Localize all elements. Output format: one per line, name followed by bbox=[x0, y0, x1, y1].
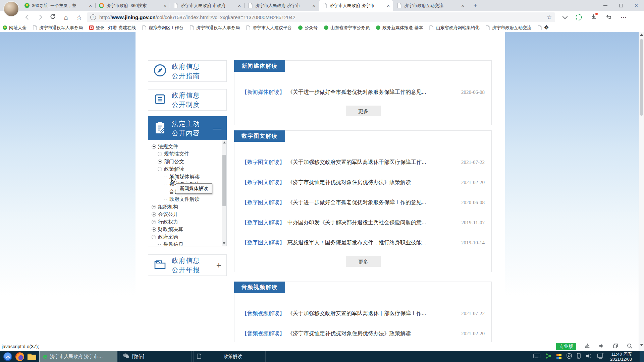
browser-profile-avatar[interactable] bbox=[3, 1, 19, 17]
tree-scrollbar[interactable] bbox=[222, 140, 226, 246]
tree-leaf-zhengfu-wenjian-jiedu[interactable]: 政府文件解读 bbox=[148, 196, 226, 203]
item-title[interactable]: 中办国办印发《关于解决部分退役士兵社会保险问题的意... bbox=[287, 219, 457, 226]
taskbar-clock[interactable]: 11:40 周五 2021/12/03 bbox=[610, 352, 632, 362]
tree-leaf-xinwen-meiti-jiedu[interactable]: 新闻媒体解读 bbox=[148, 173, 226, 181]
sidebar-item-gongkai-nianbao[interactable]: 政府信息公开年报 + bbox=[148, 254, 227, 276]
expand-icon[interactable] bbox=[152, 227, 156, 232]
tree-node-bumen-gongwen[interactable]: 部门公文 bbox=[148, 158, 226, 166]
sidebar-item-fading-zhudong-gongkai[interactable]: 法定主动公开内容 — bbox=[148, 116, 227, 140]
security-shield-icon[interactable] bbox=[567, 353, 572, 360]
expand-icon[interactable] bbox=[152, 205, 156, 209]
bookmark-item[interactable]: 网址大全 bbox=[3, 25, 26, 31]
tab-close-icon[interactable]: × bbox=[312, 3, 316, 8]
item-title[interactable]: 惠及退役军人！国务院最新发布文件，推行终身职业技能... bbox=[287, 239, 457, 246]
bookmark-star-icon[interactable]: ☆ bbox=[547, 14, 552, 21]
mute-speaker-icon[interactable] bbox=[598, 343, 604, 350]
bookmark-item[interactable]: 济宁市退役军人事务局 bbox=[33, 25, 83, 31]
pro-version-badge[interactable]: 专业版 bbox=[556, 343, 576, 350]
item-title[interactable]: 《济宁市抚恤定补优抚对象住房优待办法》政策解读 bbox=[287, 179, 457, 186]
proxy-extension-icon[interactable] bbox=[576, 14, 582, 20]
tab-close-icon[interactable]: × bbox=[237, 3, 241, 8]
tree-scrollbar-thumb[interactable] bbox=[222, 155, 226, 206]
url-text[interactable]: http://www.jining.gov.cn/col/col61587/in… bbox=[99, 14, 547, 20]
forward-icon[interactable] bbox=[37, 15, 43, 20]
tab-close-icon[interactable]: × bbox=[163, 3, 167, 8]
tree-node-zhengfu-caigou[interactable]: 政府采购 bbox=[148, 233, 226, 241]
tab-jining-gov-1[interactable]: 济宁市人民政府 市政府 × bbox=[170, 0, 244, 11]
tree-node-zhengce-jiedu[interactable]: 政策解读 bbox=[148, 166, 226, 173]
downloads-icon[interactable] bbox=[591, 14, 597, 21]
tree-leaf-clipped[interactable]: 采购信息 bbox=[148, 241, 226, 247]
item-title[interactable]: 《关于进一步做好全市孤老优抚对象服务保障工作的意见... bbox=[287, 199, 457, 206]
tab-close-icon[interactable]: × bbox=[88, 3, 93, 8]
taskbar-task-policy[interactable]: 政策解读 bbox=[193, 351, 266, 362]
taskbar-task-browser[interactable]: e 济宁市人民政府 济宁市… bbox=[39, 351, 117, 362]
share-network-icon[interactable] bbox=[545, 353, 551, 360]
launcher-icon[interactable]: UK bbox=[3, 352, 12, 361]
item-title[interactable]: 《关于加强移交政府安置的军队离退休干部医疗保障工作... bbox=[287, 310, 457, 317]
tree-node-huiyi-gongkai[interactable]: 会议公开 bbox=[148, 211, 226, 219]
dropdown-chevron-icon[interactable] bbox=[562, 14, 568, 19]
collapse-minus-icon[interactable]: — bbox=[213, 124, 221, 133]
tab-jining-interact[interactable]: 济宁市政府互动交流 × bbox=[393, 0, 468, 11]
search-magnifier-icon[interactable] bbox=[627, 343, 633, 350]
site-info-icon[interactable]: i bbox=[90, 14, 96, 20]
bookmark-item[interactable]: 山东省政府网站集约化 bbox=[429, 25, 479, 31]
collapse-icon[interactable] bbox=[152, 144, 156, 149]
bookmark-item[interactable]: 济宁市退役军人事务局 bbox=[190, 25, 240, 31]
cleaner-broom-icon[interactable] bbox=[584, 343, 590, 350]
scrollbar-thumb[interactable] bbox=[640, 39, 643, 116]
scroll-down-icon[interactable] bbox=[223, 242, 225, 244]
collapse-icon[interactable] bbox=[158, 167, 162, 171]
display-monitor-icon[interactable] bbox=[597, 353, 604, 360]
tree-node-guifanxing-wenjian[interactable]: 规范性文件 bbox=[148, 150, 226, 158]
device-phone-icon[interactable] bbox=[577, 353, 581, 360]
scroll-up-icon[interactable] bbox=[223, 141, 226, 143]
tree-node-xingzheng-quanli[interactable]: 行政权力 bbox=[148, 218, 226, 226]
bookmark-item[interactable]: 公众号 bbox=[298, 25, 318, 31]
keyboard-icon[interactable] bbox=[533, 354, 540, 360]
taskbar-task-wechat[interactable]: [微信] bbox=[119, 351, 192, 362]
tab-360search[interactable]: 济宁市政府_360搜索 × bbox=[95, 0, 170, 11]
show-desktop-button[interactable] bbox=[640, 351, 644, 362]
bookmark-item[interactable]: 济宁市政府互动交流 bbox=[486, 25, 531, 31]
undo-close-icon[interactable] bbox=[605, 13, 612, 21]
tab-close-icon[interactable]: × bbox=[461, 3, 465, 8]
tree-node-caizheng-yujuesuan[interactable]: 财政预决算 bbox=[148, 226, 226, 234]
sidebar-item-gongkai-zhidu[interactable]: 政府信息公开制度 bbox=[148, 89, 227, 111]
tab-close-icon[interactable]: × bbox=[386, 3, 390, 8]
home-icon[interactable]: ⌂ bbox=[64, 14, 68, 21]
list-item[interactable]: 【数字图文解读】 惠及退役军人！国务院最新发布文件，推行终身职业技能... 20… bbox=[242, 233, 485, 253]
address-bar[interactable]: i http://www.jining.gov.cn/col/col61587/… bbox=[87, 12, 555, 22]
expand-icon[interactable] bbox=[158, 160, 162, 164]
bookmark-item[interactable]: 济宁市人大建议平台 bbox=[246, 25, 292, 31]
close-button[interactable]: × bbox=[629, 0, 644, 11]
list-item[interactable]: 【数字图文解读】 《关于进一步做好全市孤老优抚对象服务保障工作的意见... 20… bbox=[242, 192, 485, 213]
favorites-icon[interactable]: ☆ bbox=[76, 14, 82, 21]
back-icon[interactable] bbox=[25, 15, 31, 20]
tree-node-zuzhi-jigou[interactable]: 组织机构 bbox=[148, 203, 226, 211]
expand-plus-icon[interactable]: + bbox=[216, 261, 221, 269]
tab-jining-gov-2[interactable]: 济宁市人民政府 济宁市 × bbox=[244, 0, 319, 11]
app-grid-icon[interactable] bbox=[556, 354, 561, 359]
scrollbar-up-icon[interactable] bbox=[640, 34, 643, 36]
item-title[interactable]: 《关于加强移交政府安置的军队离退休干部医疗保障工作... bbox=[287, 159, 457, 166]
item-title[interactable]: 《济宁市抚恤定补优抚对象住房优待办法》政策解读 bbox=[287, 330, 457, 337]
scrollbar-down-icon[interactable] bbox=[640, 344, 643, 346]
tab-jining-gov-active[interactable]: 济宁市人民政府 济宁市 × bbox=[319, 0, 393, 11]
tree-node-fagui-wenjian[interactable]: 法规文件 bbox=[148, 143, 226, 150]
collapse-icon[interactable] bbox=[152, 235, 156, 239]
sidebar-item-gongkai-zhinan[interactable]: 政府信息公开指南 bbox=[148, 60, 227, 82]
file-manager-icon[interactable] bbox=[28, 354, 36, 360]
page-scrollbar[interactable] bbox=[639, 32, 644, 351]
menu-ellipsis-icon[interactable]: ⋯ bbox=[621, 14, 627, 21]
minimize-button[interactable] bbox=[598, 0, 613, 11]
more-button[interactable]: 更多 bbox=[346, 106, 381, 116]
item-title[interactable]: 《关于进一步做好全市孤老优抚对象服务保障工作的意见... bbox=[287, 89, 457, 96]
bookmark-item[interactable]: 登录 - 灯塔-党建在线 bbox=[89, 25, 136, 31]
bookmark-item[interactable]: 山东省济宁市公务员 bbox=[324, 25, 370, 31]
more-button[interactable]: 更多 bbox=[346, 256, 381, 267]
restore-button[interactable] bbox=[613, 0, 629, 11]
firefox-icon[interactable] bbox=[15, 352, 24, 361]
bookmark-item[interactable]: � bbox=[538, 25, 548, 30]
